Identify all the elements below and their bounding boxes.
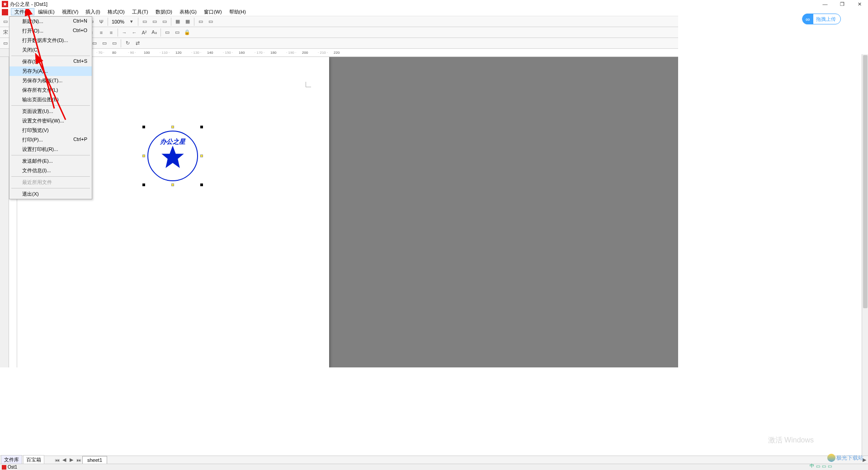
menu-bar: 文件(F)编辑(E)视图(V)插入(I)格式(O)工具(T)数据(D)表格(G)… xyxy=(0,8,678,16)
menu-item[interactable]: 新建(N)...Ctrl+N xyxy=(9,17,92,26)
selection-handle[interactable] xyxy=(200,155,203,157)
menu-item[interactable]: 页面设置(U)... xyxy=(9,107,92,116)
font-icon[interactable]: 宋 xyxy=(1,28,10,37)
symbol-icon[interactable]: Ψ xyxy=(97,17,106,26)
misc2-icon[interactable]: ▭ xyxy=(206,17,215,26)
menu-item[interactable]: 保存(S)Ctrl+S xyxy=(9,57,92,66)
menu-工具[interactable]: 工具(T) xyxy=(128,8,152,15)
back-icon[interactable]: ▭ xyxy=(110,39,119,48)
menu-item[interactable]: 关闭(C) xyxy=(9,45,92,55)
selection-handle[interactable] xyxy=(171,126,174,128)
selection-handle[interactable] xyxy=(200,126,203,128)
menu-窗口[interactable]: 窗口(W) xyxy=(200,8,226,15)
menu-item[interactable]: 退出(X) xyxy=(9,189,92,199)
selection-handle[interactable] xyxy=(142,126,145,128)
grid2-icon[interactable]: ▦ xyxy=(183,17,192,26)
menu-item[interactable]: 发送邮件(E)... xyxy=(9,156,92,166)
zoom-dropdown-icon[interactable]: ▾ xyxy=(127,17,136,26)
menu-插入[interactable]: 插入(I) xyxy=(82,8,104,15)
lock-icon[interactable]: 🔒 xyxy=(183,28,192,37)
menu-视图[interactable]: 视图(V) xyxy=(58,8,82,15)
stamp-star-icon xyxy=(160,145,185,169)
work-area: 办公之星 xyxy=(0,57,678,367)
selection-handle[interactable] xyxy=(200,183,203,186)
flip-icon[interactable]: ⇄ xyxy=(133,39,142,48)
menu-item[interactable]: 另存为(A)... xyxy=(9,66,92,76)
indent-icon[interactable]: → xyxy=(120,28,129,37)
left-panel-strip xyxy=(0,57,9,367)
toolbar-row-1: ▭ ▭ ▭ ↶ ↷ ▦ ▭ ▭ ▭ Ψ 100% ▾ ▭ ▭ ▭ ▦ ▦ ▭ ▭ xyxy=(0,16,678,27)
menu-item[interactable]: 打开数据库文件(D)... xyxy=(9,36,92,45)
menu-item[interactable]: 输出页面位图(B) xyxy=(9,95,92,104)
menu-数据[interactable]: 数据(D) xyxy=(152,8,176,15)
toolbar-row-2: 宋 B I U A ▭ ≡ ≡ ≡ ≡ ≡ → ← A² A₂ ▭ ▭ 🔒 xyxy=(0,27,678,38)
menu-item[interactable]: 另保存为模板(T)... xyxy=(9,76,92,85)
menu-格式[interactable]: 格式(O) xyxy=(104,8,128,15)
app-icon xyxy=(2,1,8,7)
rotate-icon[interactable]: ↻ xyxy=(123,39,132,48)
menu-item[interactable]: 打印(P)...Ctrl+P xyxy=(9,135,92,145)
layout3-icon[interactable]: ▭ xyxy=(160,17,169,26)
stamp-circle-shape[interactable]: 办公之星 xyxy=(147,131,198,181)
layout-icon[interactable]: ▭ xyxy=(140,17,149,26)
menu-item[interactable]: 打印预览(V) xyxy=(9,126,92,135)
menu-item[interactable]: 文件信息(I)... xyxy=(9,166,92,175)
selection-handle[interactable] xyxy=(142,183,145,186)
window-title: 办公之星 - [Ost1] xyxy=(10,1,47,8)
menu-帮助[interactable]: 帮助(H) xyxy=(226,8,250,15)
misc3-icon[interactable]: ▭ xyxy=(163,28,172,37)
file-menu-dropdown: 新建(N)...Ctrl+N打开(O)...Ctrl+O打开数据库文件(D)..… xyxy=(9,16,92,199)
align-justify-icon[interactable]: ≡ xyxy=(97,28,106,37)
stamp-selection[interactable]: 办公之星 xyxy=(144,127,202,185)
svg-marker-1 xyxy=(161,146,184,168)
sup-icon[interactable]: A² xyxy=(140,28,149,37)
outdent-icon[interactable]: ← xyxy=(130,28,139,37)
toolbar-row-3: ▭ ▭ — ┈ ▭ ▭ ▭ ▭ ▭ ▭ ▭ ↻ ⇄ xyxy=(0,38,678,49)
shape-icon[interactable]: ▭ xyxy=(1,39,10,48)
selection-handle[interactable] xyxy=(171,183,174,186)
document-icon xyxy=(2,9,8,15)
menu-item[interactable]: 设置文件密码(W)... xyxy=(9,116,92,126)
margin-mark-icon xyxy=(306,82,311,87)
menu-item[interactable]: 设置打印机(R)... xyxy=(9,145,92,154)
misc-icon[interactable]: ▭ xyxy=(196,17,205,26)
menu-item: 最近所用文件 xyxy=(9,178,92,187)
menu-item[interactable]: 打开(O)...Ctrl+O xyxy=(9,26,92,36)
menu-item[interactable]: 保存所有文件(L) xyxy=(9,85,92,95)
menu-编辑[interactable]: 编辑(E) xyxy=(34,8,58,15)
selection-handle[interactable] xyxy=(142,155,145,157)
new-icon[interactable]: ▭ xyxy=(1,17,10,26)
grid-icon[interactable]: ▦ xyxy=(173,17,182,26)
layout2-icon[interactable]: ▭ xyxy=(150,17,159,26)
menu-文件[interactable]: 文件(F) xyxy=(11,8,34,15)
menu-表格[interactable]: 表格(G) xyxy=(176,8,200,15)
title-bar: 办公之星 - [Ost1] xyxy=(0,0,678,8)
sub-icon[interactable]: A₂ xyxy=(150,28,159,37)
horizontal-ruler-row: 20· 30 ·40· 50 ·60· 70 ·80· 90 ·100· 110… xyxy=(0,49,678,57)
svg-marker-0 xyxy=(3,2,7,6)
front-icon[interactable]: ▭ xyxy=(100,39,109,48)
horizontal-ruler: 20· 30 ·40· 50 ·60· 70 ·80· 90 ·100· 110… xyxy=(17,49,678,56)
canvas-area[interactable]: 办公之星 xyxy=(17,57,678,367)
zoom-combo[interactable]: 100% xyxy=(110,19,126,24)
misc4-icon[interactable]: ▭ xyxy=(173,28,182,37)
align-dist-icon[interactable]: ≡ xyxy=(107,28,116,37)
